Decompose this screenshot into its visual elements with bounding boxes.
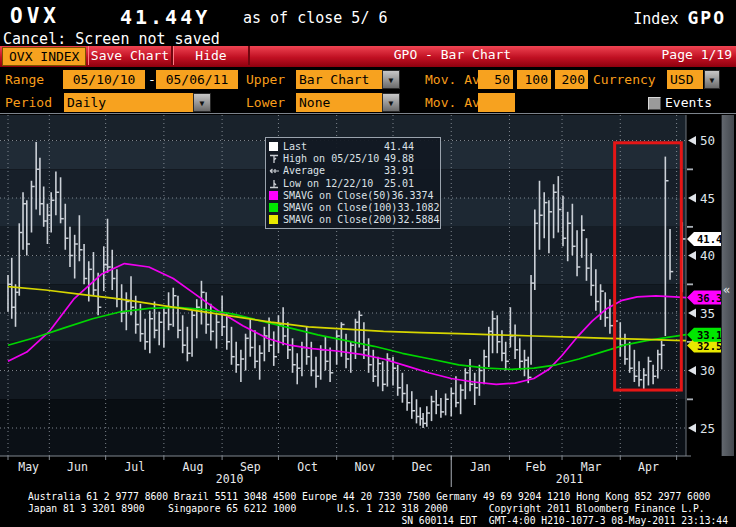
currency-select[interactable]: USD: [667, 70, 703, 89]
footer-contacts-line1: Australia 61 2 9777 8600 Brazil 5511 304…: [28, 491, 736, 503]
chart-legend: Last41.44High on 05/25/1049.88Average33.…: [265, 137, 441, 229]
y-tick-label: 25: [700, 421, 715, 436]
legend-row: Last41.44: [269, 140, 436, 152]
x-month-label: Aug: [183, 460, 204, 474]
x-month-label: Feb: [525, 460, 546, 474]
footer: Australia 61 2 9777 8600 Brazil 5511 304…: [28, 491, 736, 526]
legend-label: SMAVG on Close(50): [283, 190, 391, 201]
legend-value: 49.88: [384, 153, 436, 164]
function-code: GPO: [687, 7, 726, 28]
as-of-text: as of close 5/ 6: [243, 9, 388, 27]
legend-value: 36.3374: [391, 190, 443, 201]
y-tick-arrow-icon: [688, 366, 696, 375]
green-square-icon: [269, 203, 280, 212]
footer-terminal-info: SN 600114 EDT GMT-4:00 H210-1077-3 08-Ma…: [28, 515, 736, 527]
legend-label: Average: [283, 165, 384, 176]
legend-row: Average33.91: [269, 165, 436, 177]
upper-chart-type-select[interactable]: Bar Chart: [296, 70, 382, 89]
y-tick-arrow-icon: [688, 194, 696, 203]
chart-title: GPO - Bar Chart: [340, 47, 565, 62]
bloomberg-terminal-screen: OVX 41.44Y as of close 5/ 6 Index GPO Ca…: [0, 0, 736, 527]
legend-value: 41.44: [384, 141, 436, 152]
legend-value: 25.01: [384, 178, 436, 189]
y-tick-arrow-icon: [688, 136, 696, 145]
legend-row: SMAVG on Close(50)36.3374: [269, 189, 436, 201]
period-select[interactable]: Daily: [64, 93, 193, 112]
period-dropdown-icon[interactable]: ▼: [193, 93, 211, 112]
page-indicator[interactable]: Page 1/19: [662, 47, 732, 62]
y-tick-label: 50: [700, 133, 715, 148]
x-month-label: Jan: [470, 460, 491, 474]
index-label: Index: [633, 10, 678, 28]
low-marker-icon: [269, 179, 280, 188]
upper-select-dropdown-icon[interactable]: ▼: [382, 70, 400, 89]
y-tick-label: 45: [700, 191, 715, 206]
y-tick-label: 30: [700, 363, 715, 378]
mov-avg-1-input[interactable]: 50: [478, 70, 513, 89]
menubar: OVX INDEX Save Chart Hide GPO - Bar Char…: [0, 46, 736, 67]
legend-label: SMAVG on Close(200): [283, 214, 397, 225]
index-function-label: Index GPO: [633, 7, 726, 28]
yellow-square-icon: [269, 215, 280, 224]
legend-label: SMAVG on Close(100): [283, 202, 397, 213]
scrollbar-collapse-icon[interactable]: «: [723, 283, 730, 297]
y-tick-arrow-icon: [688, 424, 696, 433]
range-label: Range: [5, 70, 44, 89]
x-month-label: Jun: [67, 460, 88, 474]
x-month-label: Jul: [124, 460, 145, 474]
legend-value: 33.91: [384, 165, 436, 176]
range-start-input[interactable]: 05/10/10: [63, 70, 145, 89]
y-tick-label: 40: [700, 248, 715, 263]
y-tick-arrow-icon: [688, 309, 696, 318]
x-month-label: Apr: [638, 460, 659, 474]
events-label: Events: [665, 93, 712, 112]
mov-avg-extra-input[interactable]: [478, 93, 515, 112]
lower-label: Lower: [246, 93, 285, 112]
magenta-square-icon: [269, 191, 280, 200]
range-end-input[interactable]: 05/06/11: [156, 70, 238, 89]
range-separator: -: [148, 70, 156, 89]
y-minor-tick: [687, 226, 693, 228]
footer-contacts-line2: Japan 81 3 3201 8900 Singapore 65 6212 1…: [28, 503, 736, 515]
high-marker-icon: [269, 154, 280, 163]
x-year-label: 2010: [216, 472, 244, 486]
legend-row: Low on 12/22/1025.01: [269, 177, 436, 189]
average-marker-icon: [269, 166, 280, 175]
security-ticker: OVX: [10, 4, 60, 28]
x-month-label: Dec: [412, 460, 433, 474]
mov-avg-2-input[interactable]: 100: [517, 70, 551, 89]
legend-row: SMAVG on Close(100)33.1082: [269, 201, 436, 213]
save-chart-button[interactable]: Save Chart: [88, 46, 173, 65]
legend-value: 33.1082: [397, 202, 449, 213]
y-tick-label: 35: [700, 306, 715, 321]
x-month-label: Mar: [581, 460, 602, 474]
lower-select-dropdown-icon[interactable]: ▼: [382, 93, 400, 112]
x-year-label: 2011: [556, 472, 584, 486]
mov-avg-3-input[interactable]: 200: [555, 70, 588, 89]
legend-label: Last: [283, 141, 384, 152]
period-label: Period: [5, 93, 52, 112]
legend-row: High on 05/25/1049.88: [269, 152, 436, 164]
x-month-label: Nov: [354, 460, 375, 474]
x-month-label: Oct: [297, 460, 318, 474]
y-axis: 504540353025: [687, 133, 715, 436]
last-price: 41.44Y: [120, 5, 210, 29]
upper-label: Upper: [246, 70, 285, 89]
hide-button[interactable]: Hide: [173, 46, 250, 65]
legend-row: SMAVG on Close(200)32.5884: [269, 214, 436, 226]
y-tick-arrow-icon: [688, 251, 696, 260]
security-tab[interactable]: OVX INDEX: [2, 47, 86, 66]
legend-label: High on 05/25/10: [283, 153, 384, 164]
currency-label: Currency: [593, 70, 656, 89]
y-minor-tick: [687, 398, 693, 400]
toolbar-chart-divider: [0, 113, 736, 114]
white-square-icon: [269, 142, 280, 151]
legend-label: Low on 12/22/10: [283, 178, 384, 189]
x-month-label: May: [18, 460, 39, 474]
chart-scrollbar[interactable]: «: [721, 115, 734, 456]
legend-value: 32.5884: [397, 214, 449, 225]
y-minor-tick: [687, 283, 693, 285]
lower-chart-type-select[interactable]: None: [296, 93, 382, 112]
events-checkbox[interactable]: [648, 97, 661, 110]
currency-dropdown-icon[interactable]: ▼: [704, 70, 720, 89]
